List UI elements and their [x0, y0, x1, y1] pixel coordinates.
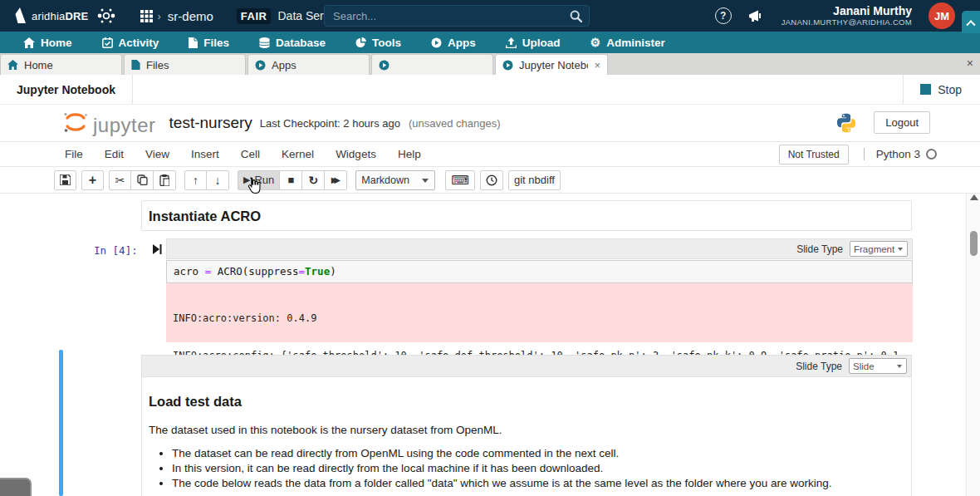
nav-item-tools[interactable]: Tools: [355, 37, 401, 49]
notebook-area: Instantiate ACRO In [4]: Slide Type Frag…: [0, 194, 980, 496]
nav-item-apps[interactable]: Apps: [431, 37, 476, 49]
paste-cell-button[interactable]: [154, 170, 176, 190]
clock-icon: [486, 174, 497, 186]
stop-icon: [920, 84, 931, 95]
user-email: JANANI.MURTHY@ARIDHIA.COM: [782, 18, 912, 27]
jupyter-header: jupyter test-nursery Last Checkpoint: 2 …: [0, 105, 980, 142]
nav-item-upload[interactable]: Upload: [506, 37, 561, 49]
subtab-jupyter-notebook[interactable]: Jupyter Notebook: [0, 75, 133, 104]
move-cell-up-button[interactable]: ↑: [184, 170, 207, 190]
menu-kernel[interactable]: Kernel: [271, 148, 325, 160]
stop-app-button[interactable]: Stop: [903, 75, 980, 104]
input-prompt: In [4]:: [94, 244, 138, 257]
menu-widgets[interactable]: Widgets: [325, 148, 387, 160]
announcements-icon[interactable]: [748, 9, 765, 23]
workspace-breadcrumb[interactable]: sr-demo: [168, 9, 213, 23]
cell-toolbar: Slide Type Slide: [141, 355, 912, 377]
save-button[interactable]: [54, 170, 76, 190]
jupyter-toolbar: + ✂ ↑ ↓ ▶ Run ■ ↻ ▶▶ Markdown ⌨ git nbdi…: [0, 167, 980, 194]
close-icon[interactable]: ×: [967, 56, 973, 70]
logout-button[interactable]: Logout: [874, 111, 930, 134]
tab-home[interactable]: Home: [0, 54, 122, 75]
nav-item-administer[interactable]: ⚙ Administer: [590, 37, 665, 49]
tab-apps[interactable]: Apps: [247, 54, 370, 75]
notebook-scrollbar[interactable]: [966, 194, 980, 496]
command-palette-button[interactable]: ⌨: [445, 170, 475, 190]
aridhia-logo[interactable]: aridhiaDRE: [7, 5, 119, 27]
menu-view[interactable]: View: [135, 148, 180, 160]
slide-type-select[interactable]: Fragment: [850, 241, 908, 257]
cell-output-stderr: INFO:acro:version: 0.4.9 INFO:acro:confi…: [166, 283, 913, 342]
global-search[interactable]: [324, 5, 590, 27]
menu-edit[interactable]: Edit: [94, 148, 135, 160]
copy-cell-button[interactable]: [131, 170, 154, 190]
history-button[interactable]: [480, 170, 503, 190]
breadcrumb-separator-icon: ›: [158, 10, 161, 22]
kernel-idle-icon: [926, 149, 937, 160]
scrollbar-thumb[interactable]: [970, 231, 978, 256]
help-icon[interactable]: ?: [715, 7, 732, 24]
nav-item-database[interactable]: Database: [259, 37, 326, 49]
slide-type-label: Slide Type: [796, 361, 842, 372]
move-cell-down-button[interactable]: ↓: [207, 170, 229, 190]
jupyter-logo-text: jupyter: [93, 115, 156, 135]
code-input[interactable]: acro = ACRO(suppress=True): [166, 260, 913, 283]
arrow-up-icon: ↑: [193, 174, 198, 187]
workspace-navbar: Home Activity Files Database Tools Apps …: [0, 32, 980, 53]
cut-cell-button[interactable]: ✂: [109, 170, 131, 190]
keyboard-icon: ⌨: [451, 173, 469, 188]
menu-file[interactable]: File: [54, 148, 94, 160]
save-icon: [60, 174, 71, 185]
checkpoint-status: Last Checkpoint: 2 hours ago: [260, 117, 400, 130]
user-block[interactable]: Janani Murthy JANANI.MURTHY@ARIDHIA.COM: [782, 4, 912, 27]
restart-kernel-button[interactable]: ↻: [302, 170, 325, 190]
restart-icon: ↻: [308, 174, 318, 187]
cell-bullet-list: The dataset can be read directly from Op…: [172, 448, 904, 489]
tab-jupyter-notebook[interactable]: Jupyter Notebook ×: [495, 54, 608, 75]
avatar[interactable]: JM: [929, 2, 955, 29]
nav-item-home[interactable]: Home: [23, 37, 72, 49]
fair-badge[interactable]: FAIR: [237, 8, 272, 24]
tab-files[interactable]: Files: [124, 54, 246, 75]
apps-icon: [431, 37, 442, 48]
search-input[interactable]: [325, 10, 570, 22]
hub-icon: [94, 5, 119, 27]
arrow-down-icon: ↓: [215, 174, 221, 187]
git-nbdiff-button[interactable]: git nbdiff: [508, 170, 561, 190]
markdown-cell-load-test-data[interactable]: Load test data The dataset used in this …: [141, 377, 912, 496]
file-icon: [189, 37, 198, 48]
nav-item-activity[interactable]: Activity: [102, 37, 159, 49]
interrupt-kernel-button[interactable]: ■: [280, 170, 302, 190]
add-cell-button[interactable]: +: [81, 170, 104, 190]
menu-insert[interactable]: Insert: [180, 148, 230, 160]
cut-icon: ✂: [115, 174, 125, 187]
notebook-title[interactable]: test-nursery: [169, 114, 252, 132]
menu-cell[interactable]: Cell: [230, 148, 271, 160]
cell-type-select[interactable]: Markdown: [355, 170, 435, 190]
play-circle-icon: [502, 60, 513, 71]
unsaved-status: (unsaved changes): [409, 117, 501, 130]
app-grid-icon[interactable]: [140, 10, 153, 22]
tab-unnamed[interactable]: [371, 54, 493, 75]
jupyter-logo[interactable]: jupyter: [62, 110, 156, 135]
file-icon: [131, 60, 140, 70]
bottom-left-handle[interactable]: [0, 478, 32, 496]
nav-item-files[interactable]: Files: [189, 37, 229, 49]
not-trusted-button[interactable]: Not Trusted: [779, 145, 849, 165]
bullet-item: The dataset can be read directly from Op…: [172, 448, 904, 459]
run-button[interactable]: ▶ Run: [238, 170, 280, 190]
restart-run-all-button[interactable]: ▶▶: [325, 170, 347, 190]
search-icon[interactable]: [570, 10, 582, 22]
menu-help[interactable]: Help: [387, 148, 432, 160]
output-line: INFO:acro:version: 0.4.9: [173, 312, 906, 325]
collapse-topbar-button[interactable]: [962, 11, 980, 33]
slide-type-label: Slide Type: [796, 243, 843, 255]
markdown-cell-instantiate-acro[interactable]: Instantiate ACRO: [141, 200, 912, 231]
scrollbar-up-arrow[interactable]: [970, 194, 978, 200]
slide-type-select[interactable]: Slide: [849, 358, 907, 374]
close-icon[interactable]: ×: [594, 59, 600, 71]
kernel-name: Python 3: [876, 148, 920, 160]
chevron-up-icon: [966, 20, 975, 29]
sail-icon: [7, 6, 28, 26]
play-icon: ▶: [243, 174, 250, 185]
